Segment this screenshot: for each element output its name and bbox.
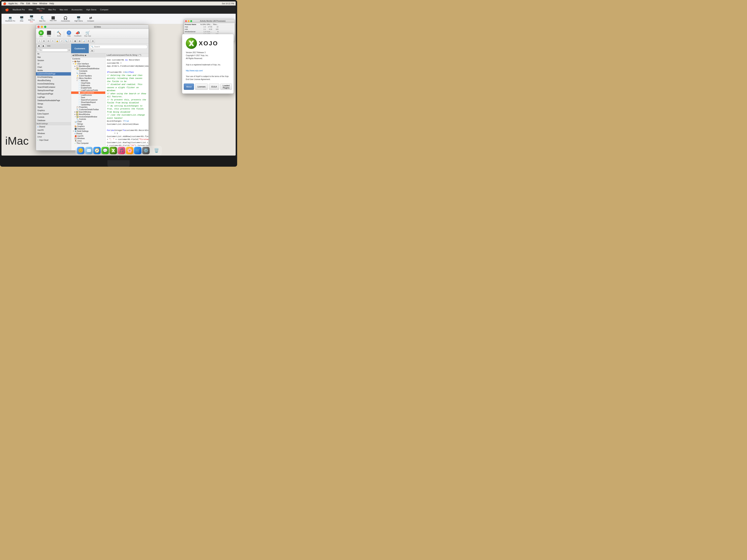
tree-load-invoices[interactable]: 📄 LoadInvoices (71, 94, 105, 96)
tree-build-settings[interactable]: ▼⚙️ Build Settings (71, 130, 105, 132)
nav-mac-mini[interactable]: Mac mini (60, 8, 68, 11)
nav-windows[interactable]: Windows (36, 132, 71, 135)
tb2-misc[interactable]: ⊞ (91, 39, 95, 43)
apple-nav-logo[interactable]: 🍎 (5, 8, 9, 11)
menubar-item-window[interactable]: Window (39, 2, 47, 5)
nav-about-box[interactable]: AboutBoxDialog (36, 79, 71, 82)
tb2-layout[interactable]: ⊟ (46, 39, 50, 43)
tb2-list[interactable]: ☰ (86, 39, 91, 43)
build-button[interactable]: 🔨 Build (56, 30, 62, 37)
tree-app[interactable]: ▶📦 App (71, 60, 105, 62)
tree-this-computer[interactable]: ✓This Computer (71, 142, 105, 144)
tree-methods[interactable]: ▼📄 Methods (71, 79, 105, 82)
product-accessories[interactable]: 🎧 Accessories (61, 16, 70, 22)
nav-styles[interactable]: Styles (36, 106, 71, 109)
code-editor[interactable]: Dim customerRS As RecordSet customerRS =… (105, 57, 149, 147)
product-imac-pro[interactable]: 🖥️ iMac Pro New (28, 15, 35, 23)
feedback-button[interactable]: 📣 Feedback (73, 30, 83, 37)
se-btn[interactable]: Se (90, 49, 95, 52)
dock-trash[interactable]: 🗑️ (153, 147, 160, 154)
about-btn[interactable]: About (184, 83, 194, 90)
tb2-arrow[interactable]: ↗ (60, 39, 64, 43)
am-close[interactable] (185, 20, 187, 22)
tb2-pencil[interactable]: ✏ (51, 39, 55, 43)
nav-customer-details-page[interactable]: CustomerDetailsPage (36, 72, 71, 76)
tb2-rows[interactable]: ▤ (77, 39, 81, 43)
am-minimize[interactable] (188, 20, 189, 22)
tree-windows[interactable]: 🪟 Windows (71, 137, 105, 140)
am-row-xojo[interactable]: Xojo 2.4 27:58 16 (185, 26, 234, 28)
licenses-btn[interactable]: Licenses (195, 83, 208, 90)
product-macbook-pro[interactable]: 💻 MacBook Pro (5, 16, 15, 22)
help-button[interactable]: ? Help (66, 30, 72, 37)
stop-button[interactable]: ⬛ Stop (46, 30, 52, 37)
nav-extra-support[interactable]: Extra Support (36, 112, 71, 115)
nav-search-field[interactable]: SearchFieldContainer (36, 85, 71, 89)
tree-customer-toolbar[interactable]: 🔧 CustomerDetailsToolbar (71, 108, 105, 111)
tree-search-for-customer[interactable]: 📄 SearchForCustomer (71, 99, 105, 101)
tree-load-customers[interactable]: 📄 LoadCustomers (71, 91, 105, 94)
tb2-zoom[interactable]: 🔍 (64, 39, 68, 43)
nav-imac-pro[interactable]: iMac Pro New (36, 7, 45, 12)
am-maximize[interactable] (190, 20, 192, 22)
back-btn[interactable]: ◀ (37, 45, 41, 47)
am-row-windowserver[interactable]: WindowServer 1.4 6:14:57 8 (185, 31, 234, 33)
tree-user-interface[interactable]: ▼📁 User Interface (71, 62, 105, 65)
tree-enable-fields[interactable]: 📄 EnableFields (71, 87, 105, 89)
tree-menu-handlers[interactable]: 📋 Menu Handlers (71, 77, 105, 79)
nav-database[interactable]: Database (36, 119, 71, 122)
nav-session[interactable]: Session (36, 59, 71, 62)
tree-controls-2[interactable]: 🔧 Controls (71, 118, 105, 121)
nav-imac[interactable]: iMac (28, 8, 33, 11)
nav-graphics[interactable]: Graphics (36, 109, 71, 112)
tree-constants[interactable]: 📄 Constants (71, 70, 105, 72)
tree-customer-details-window[interactable]: ▼🖼️ CustomerDetailsWindow (71, 68, 105, 70)
menubar-item-edit[interactable]: Edit (26, 2, 30, 5)
menubar-item-view[interactable]: View (32, 2, 37, 5)
nav-log-page[interactable]: LogPage (36, 96, 71, 99)
buy-xojo-button[interactable]: 🛒 Buy Xojo (83, 30, 92, 37)
menubar-item-help[interactable]: Help (49, 2, 54, 5)
nav-xojo-cloud[interactable]: ✓Xojo Cloud (36, 138, 71, 142)
product-mac-mini[interactable]: ⬛ Mac mini (50, 16, 56, 22)
dock-photos[interactable]: 🌸 (126, 147, 133, 154)
apple-menu-icon[interactable]: 🍎 (3, 2, 6, 5)
nav-high-sierra[interactable]: High Sierra (86, 8, 96, 11)
product-imac[interactable]: 🖥️ iMac (20, 16, 24, 22)
xojo-website[interactable]: http://www.xojo.com/ (186, 70, 230, 72)
menubar-app-name[interactable]: Apple Inc. (8, 2, 18, 5)
nav-ui[interactable]: UI (36, 62, 71, 65)
xojo-zoom-btn[interactable] (44, 26, 46, 28)
dock-mail[interactable]: ✉️ (85, 147, 93, 154)
loaded-plugins-btn[interactable]: Loaded Plugins (220, 83, 232, 90)
tree-properties[interactable]: 📋 Properties (71, 106, 105, 108)
filter-input[interactable] (37, 49, 68, 52)
xojo-close-btn[interactable] (37, 26, 40, 28)
product-mac-pro[interactable]: 🗜️ Mac Pro (39, 16, 46, 22)
am-row-mds[interactable]: mds 2.1 6:35 183 (185, 28, 234, 31)
dock-music[interactable]: 🎵 (118, 147, 125, 154)
nav-controls[interactable]: Controls (36, 115, 71, 119)
search-bar[interactable]: 🔍 Search (90, 45, 148, 49)
tb2-align[interactable]: ⊨ (69, 39, 73, 43)
tb2-columns[interactable]: ▦ (73, 39, 77, 43)
nav-mac-pro[interactable]: Mac Pro (48, 8, 56, 11)
nav-linux[interactable]: Linux (36, 135, 71, 138)
nav-accessories[interactable]: Accessories (72, 8, 82, 11)
dock-finder[interactable]: 😊 (77, 147, 84, 154)
nav-startup[interactable]: StartupScreenPage (36, 89, 71, 92)
nav-app[interactable]: App (36, 56, 71, 59)
tree-graphics[interactable]: 🎨 Graphics (71, 125, 105, 128)
dock-xojo[interactable] (110, 147, 117, 154)
tree-strings[interactable]: 📄 Strings (71, 123, 105, 125)
tree-main-menu[interactable]: ▶📋 MainMenuBar (71, 65, 105, 68)
fwd-btn[interactable]: ▶ (42, 45, 46, 47)
xojo-minimize-btn[interactable] (41, 26, 43, 28)
nav-its[interactable]: Its (36, 52, 71, 56)
nav-shared[interactable]: ●Shared (36, 125, 71, 129)
tree-controls[interactable]: 🔧 Controls (71, 72, 105, 75)
nav-macos[interactable]: macOS (36, 129, 71, 132)
tree-save[interactable]: 📄 Save (71, 96, 105, 99)
tb2-add[interactable]: + (37, 39, 42, 43)
tree-chart[interactable]: 📊 Chart (71, 121, 105, 123)
